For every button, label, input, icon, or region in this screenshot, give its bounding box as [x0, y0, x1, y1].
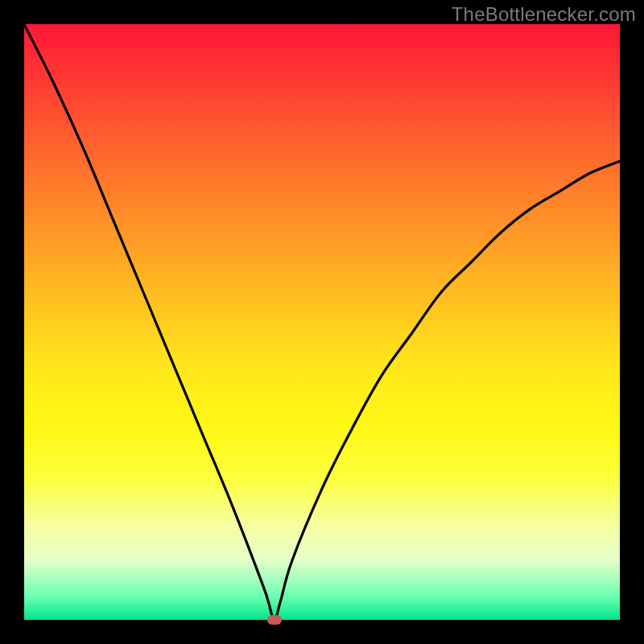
bottleneck-curve [24, 24, 620, 620]
curve-layer [24, 24, 620, 620]
plot-area [24, 24, 620, 620]
chart-frame: TheBottlenecker.com [0, 0, 644, 644]
optimal-point-marker [267, 615, 282, 625]
watermark-text: TheBottlenecker.com [452, 3, 636, 26]
